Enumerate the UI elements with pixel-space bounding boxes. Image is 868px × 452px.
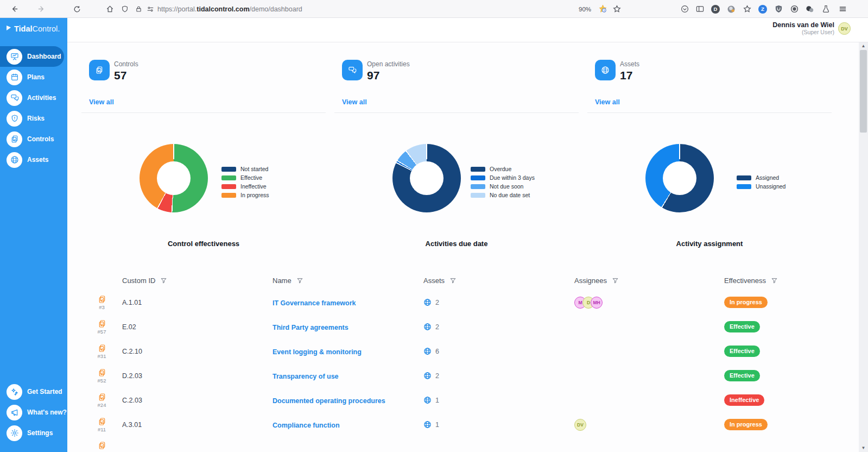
table-row-partial	[81, 437, 846, 452]
row-ref: #57	[98, 329, 106, 335]
forward-icon[interactable]	[34, 0, 49, 18]
star-extension-icon[interactable]	[740, 0, 754, 18]
timer-extension-icon[interactable]	[596, 0, 609, 18]
column-header-effectiveness: Effectiveness	[724, 277, 846, 285]
pocket-icon[interactable]	[677, 0, 692, 18]
effectiveness-badge: Effective	[724, 370, 760, 381]
url-bar[interactable]: https://portal.tidalcontrol.com/demo/das…	[157, 0, 302, 18]
extension-monkey-icon[interactable]	[724, 0, 738, 18]
user-avatar[interactable]: DV	[838, 22, 851, 35]
column-header-assignees: Assignees	[574, 277, 724, 285]
controls-table: Custom ID Name Assets Assignees Effectiv…	[81, 271, 846, 452]
sidebar-item-plans[interactable]: Plans	[0, 67, 67, 87]
calendar-icon	[10, 73, 19, 81]
cell-assets: 1	[423, 420, 574, 429]
lock-icon[interactable]	[132, 0, 144, 18]
user-menu[interactable]: Dennis van de Wiel (Super User)	[772, 21, 834, 35]
reload-icon[interactable]	[69, 0, 85, 18]
chart-legend: Assigned Unassigned	[737, 173, 785, 191]
filter-icon[interactable]	[771, 277, 778, 284]
legend-item: Unassigned	[737, 182, 785, 191]
sidebar-nav: Dashboard Plans Activities Risks Control…	[0, 46, 67, 170]
clipboard-icon	[89, 60, 110, 80]
control-name-link[interactable]: Third Party agreements	[273, 324, 349, 331]
home-icon[interactable]	[102, 0, 117, 18]
legend-swatch	[737, 175, 751, 180]
sidebar-item-what-s-new[interactable]: What's new?	[0, 402, 67, 423]
clipboard-icon	[98, 295, 106, 304]
view-all-link[interactable]: View all	[342, 98, 367, 106]
legend-swatch	[471, 175, 485, 180]
sidebar-item-label: Settings	[27, 429, 53, 437]
filter-icon[interactable]	[160, 277, 167, 284]
cell-assets: 1	[423, 396, 574, 404]
ublock-icon[interactable]	[771, 0, 785, 18]
menu-hamburger-icon[interactable]	[835, 0, 850, 18]
control-name-link[interactable]: IT Governance framework	[273, 299, 356, 307]
sidebar-item-dashboard[interactable]: Dashboard	[0, 46, 64, 67]
zotero-icon[interactable]: Z	[756, 0, 770, 18]
sidebar-item-label: What's new?	[27, 409, 67, 416]
sidebar-item-label: Assets	[27, 156, 48, 164]
control-name-link[interactable]: Compliance function	[273, 422, 340, 429]
scroll-up-icon[interactable]: ▲	[859, 42, 868, 50]
column-header-assets: Assets	[423, 277, 574, 285]
sidebar-item-activities[interactable]: Activities	[0, 87, 67, 108]
cell-assets: 2	[423, 323, 574, 331]
view-all-link[interactable]: View all	[89, 98, 114, 106]
control-name-link[interactable]: Transparency of use	[273, 373, 339, 380]
legend-label: Unassigned	[756, 183, 785, 190]
sidebar-item-controls[interactable]: Controls	[0, 129, 67, 149]
globe-icon	[10, 155, 19, 164]
filter-icon[interactable]	[612, 277, 619, 284]
logo-flag-icon	[5, 24, 12, 33]
donut-chart	[140, 144, 208, 212]
user-name: Dennis van de Wiel	[772, 21, 834, 29]
permissions-icon[interactable]	[144, 0, 156, 18]
scrollbar-thumb[interactable]	[860, 50, 867, 133]
app-logo[interactable]: TidalControl.	[5, 24, 60, 33]
assignee-avatar: MH	[591, 297, 603, 309]
privacy-circle-icon[interactable]	[787, 0, 801, 18]
card-label: Assets	[620, 60, 639, 68]
cell-assets: 6	[423, 347, 574, 355]
site-shield-icon[interactable]	[118, 0, 131, 18]
legend-label: Overdue	[490, 166, 511, 172]
legend-label: No due date set	[490, 192, 530, 198]
extension-flask-icon[interactable]	[819, 0, 833, 18]
sidebar-item-get-started[interactable]: Get Started	[0, 381, 67, 402]
legend-swatch	[221, 193, 236, 198]
chart-activities-due-date: Overdue Due within 3 days Not due soon N…	[334, 140, 579, 252]
extension-d-icon[interactable]: D	[708, 0, 723, 18]
scroll-down-icon[interactable]: ▼	[859, 444, 868, 452]
stat-card-controls: Controls 57 View all	[81, 59, 326, 113]
legend-label: Assigned	[756, 174, 779, 181]
filter-icon[interactable]	[296, 277, 303, 284]
table-row: #52 D.2.03 Transparency of use 2 Effecti…	[81, 363, 846, 388]
control-name-link[interactable]: Documented operating procedures	[273, 397, 385, 405]
zoom-level[interactable]: 90%	[579, 0, 591, 18]
legend-swatch	[221, 184, 236, 189]
back-icon[interactable]	[7, 0, 22, 18]
page-scrollbar[interactable]: ▲ ▼	[859, 42, 868, 452]
row-ref: #3	[99, 304, 105, 310]
clipboard-icon	[98, 319, 106, 328]
cell-custom-id: A.3.01	[122, 421, 273, 429]
sidebar-item-assets[interactable]: Assets	[0, 149, 67, 170]
bookmark-star-icon[interactable]	[610, 0, 623, 18]
effectiveness-badge: Ineffective	[724, 394, 764, 406]
row-ref: #11	[98, 426, 106, 432]
sidebar-toggle-icon[interactable]	[693, 0, 707, 18]
filter-icon[interactable]	[449, 277, 457, 284]
clipboard-icon	[98, 393, 106, 401]
legend-swatch	[471, 167, 485, 172]
table-row: #11 A.3.01 Compliance function 1 DV In p…	[81, 412, 846, 437]
chat-icon	[342, 60, 363, 80]
chart-title: Activity assignment	[587, 240, 832, 248]
row-ref: #24	[98, 402, 106, 408]
cookies-icon[interactable]	[803, 0, 817, 18]
view-all-link[interactable]: View all	[595, 98, 620, 106]
control-name-link[interactable]: Event logging & monitoring	[273, 348, 362, 356]
sidebar-item-settings[interactable]: Settings	[0, 423, 67, 443]
sidebar-item-risks[interactable]: Risks	[0, 108, 67, 129]
